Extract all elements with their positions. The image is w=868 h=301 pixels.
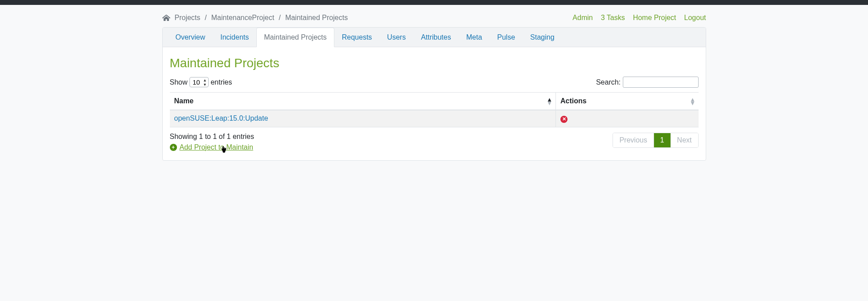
tab-pulse[interactable]: Pulse [490, 28, 522, 47]
tab-attributes[interactable]: Attributes [413, 28, 459, 47]
column-actions-label: Actions [560, 97, 587, 105]
logout-link[interactable]: Logout [684, 14, 706, 22]
tab-meta[interactable]: Meta [459, 28, 490, 47]
breadcrumb-current: Maintained Projects [285, 14, 348, 22]
top-band [0, 0, 868, 5]
tab-overview[interactable]: Overview [168, 28, 213, 47]
tab-incidents[interactable]: Incidents [213, 28, 256, 47]
breadcrumb-sep: / [279, 14, 280, 22]
tab-staging[interactable]: Staging [522, 28, 562, 47]
show-prefix: Show [170, 78, 188, 86]
tasks-link[interactable]: 3 Tasks [601, 14, 625, 22]
breadcrumb-sep: / [205, 14, 206, 22]
top-bar: Projects / MaintenanceProject / Maintain… [162, 5, 706, 27]
breadcrumb-project-name[interactable]: MaintenanceProject [211, 14, 274, 22]
entries-select[interactable]: 10 [189, 77, 209, 87]
table-info: Showing 1 to 1 of 1 entries [170, 133, 254, 141]
breadcrumb-projects[interactable]: Projects [175, 14, 201, 22]
page-title: Maintained Projects [170, 56, 699, 70]
tab-requests[interactable]: Requests [334, 28, 380, 47]
search-input[interactable] [623, 77, 699, 88]
show-suffix: entries [210, 78, 232, 86]
column-name-label: Name [174, 97, 194, 105]
show-entries: Show 10 ▴▾ entries [170, 77, 232, 87]
maintained-projects-table: Name ▴▾ Actions ▴▾ openSUSE:Leap:15.0:Up… [170, 92, 699, 127]
table-row: openSUSE:Leap:15.0:Update ✕ [170, 110, 699, 127]
add-project-to-maintain-link[interactable]: + Add Project to Maintain [170, 143, 253, 151]
plus-icon: + [170, 144, 177, 151]
add-project-label: Add Project to Maintain [180, 143, 253, 151]
admin-link[interactable]: Admin [572, 14, 592, 22]
top-links: Admin 3 Tasks Home Project Logout [572, 14, 706, 22]
project-link[interactable]: openSUSE:Leap:15.0:Update [174, 114, 268, 122]
tab-users[interactable]: Users [379, 28, 413, 47]
pager-page-1[interactable]: 1 [654, 133, 671, 147]
search-control: Search: [596, 77, 699, 88]
sort-icon: ▴▾ [548, 98, 551, 105]
sort-icon: ▴▾ [691, 98, 694, 105]
home-icon[interactable] [162, 14, 170, 21]
main-panel: Overview Incidents Maintained Projects R… [162, 27, 706, 161]
breadcrumb: Projects / MaintenanceProject / Maintain… [162, 14, 348, 22]
pager-previous[interactable]: Previous [613, 133, 654, 147]
delete-icon[interactable]: ✕ [560, 116, 568, 123]
pager-next[interactable]: Next [671, 133, 698, 147]
column-name[interactable]: Name ▴▾ [170, 93, 556, 110]
search-label: Search: [596, 78, 621, 86]
column-actions[interactable]: Actions ▴▾ [556, 93, 699, 110]
home-project-link[interactable]: Home Project [633, 14, 676, 22]
pager: Previous 1 Next [613, 133, 698, 148]
tab-maintained-projects[interactable]: Maintained Projects [256, 28, 334, 47]
tabs: Overview Incidents Maintained Projects R… [163, 28, 706, 47]
